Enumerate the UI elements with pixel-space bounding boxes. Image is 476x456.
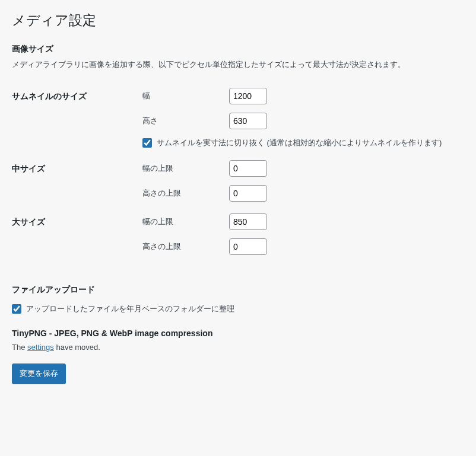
- save-button[interactable]: 変更を保存: [12, 363, 66, 384]
- medium-row-label: 中サイズ: [12, 154, 142, 208]
- tinypng-message: The settings have moved.: [12, 343, 464, 352]
- large-height-label: 高さの上限: [142, 241, 229, 252]
- tinypng-msg-after: have moved.: [54, 343, 100, 352]
- medium-width-input[interactable]: [229, 160, 267, 177]
- large-row-label: 大サイズ: [12, 208, 142, 261]
- thumbnail-width-input[interactable]: [229, 88, 267, 104]
- image-sizes-description: メディアライブラリに画像を追加する際、以下でピクセル単位指定したサイズによって最…: [12, 59, 464, 70]
- thumbnail-height-input[interactable]: [229, 113, 267, 129]
- organize-label: アップロードしたファイルを年月ベースのフォルダーに整理: [26, 304, 234, 314]
- thumbnail-height-label: 高さ: [142, 116, 229, 126]
- large-width-input[interactable]: [229, 213, 267, 230]
- tinypng-heading: TinyPNG - JPEG, PNG & WebP image compres…: [12, 329, 464, 338]
- tinypng-msg-before: The: [12, 343, 27, 352]
- image-sizes-table: サムネイルのサイズ 幅 高さ サムネイルを実寸法に切り抜く (通常は相対的な縮小…: [12, 82, 464, 261]
- large-height-input[interactable]: [229, 238, 267, 255]
- medium-height-label: 高さの上限: [142, 188, 229, 199]
- organize-checkbox[interactable]: [12, 304, 21, 314]
- image-sizes-heading: 画像サイズ: [12, 44, 464, 55]
- medium-height-input[interactable]: [229, 185, 267, 202]
- page-title: メディア設定: [12, 6, 464, 32]
- tinypng-settings-link[interactable]: settings: [27, 343, 54, 352]
- thumbnail-width-label: 幅: [142, 91, 229, 101]
- thumbnail-row-label: サムネイルのサイズ: [12, 82, 142, 154]
- upload-heading: ファイルアップロード: [12, 285, 464, 295]
- thumbnail-crop-label: サムネイルを実寸法に切り抜く (通常は相対的な縮小によりサムネイルを作ります): [157, 138, 442, 148]
- medium-width-label: 幅の上限: [142, 163, 229, 174]
- large-width-label: 幅の上限: [142, 216, 229, 227]
- thumbnail-crop-checkbox[interactable]: [142, 138, 152, 148]
